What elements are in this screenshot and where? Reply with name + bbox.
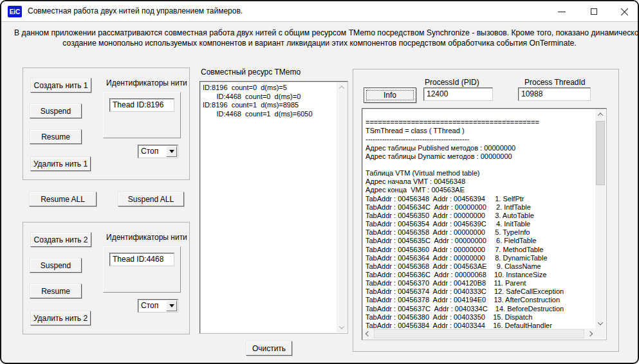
app-window: EiC Совместная работа двух нитей под упр… — [0, 0, 639, 364]
scroll-down-button[interactable] — [595, 318, 606, 329]
create-thread2-button[interactable]: Создать нить 2 — [30, 232, 91, 247]
shared-memo-content: ID:8196 count=0 d(ms)=5 ID:4468 count=0 … — [203, 84, 335, 118]
focus-rect — [366, 90, 414, 100]
memo-line: ID:4468 count=1 d(ms)=6050 — [203, 110, 335, 119]
chevron-down-icon — [169, 150, 174, 153]
resume-thread1-button[interactable]: Resume — [30, 129, 82, 144]
memo-line — [366, 110, 593, 118]
scroll-left-button[interactable] — [363, 329, 373, 339]
minimize-button[interactable] — [548, 1, 575, 22]
app-icon: EiC — [8, 6, 22, 17]
description-line-2: создание монопольно используемых компоне… — [14, 39, 625, 48]
memo-line: TabAddr : 00456364 Addr : 00000000 8. Dy… — [366, 254, 593, 262]
thread1-combo-dropdown-button[interactable] — [166, 146, 177, 157]
pid-label: ProcessId (PID) — [425, 78, 479, 87]
scroll-up-button[interactable] — [595, 109, 606, 120]
create-thread1-button[interactable]: Создать нить 1 — [30, 78, 91, 93]
shared-memo-label: Совместный ресурс TMemo — [201, 68, 301, 77]
delete-thread2-button[interactable]: Удалить нить 2 — [30, 311, 91, 325]
shared-memo-vscrollbar[interactable] — [337, 82, 347, 332]
memo-line: Адрес таблицы Dynamic методов : 00000000 — [366, 152, 593, 161]
thread2-id-panel: Thead ID:4468 — [103, 246, 181, 293]
memo-line: TabAddr : 00456374 Addr : 0040333C 12. S… — [366, 287, 593, 296]
chevron-up-icon — [339, 86, 344, 91]
memo-line: TabAddr : 00456380 Addr : 00403350 15. D… — [366, 313, 593, 322]
memo-line: ID:4468 count=0 d(ms)=0 — [203, 93, 335, 102]
thread1-id-panel: Thead ID:8196 — [103, 92, 181, 138]
memo-line: TabAddr : 00456354 Addr : 0045639C 4. In… — [366, 220, 593, 228]
info-memo-hscrollbar[interactable] — [363, 329, 595, 339]
chevron-down-icon — [169, 304, 174, 307]
info-memo[interactable]: ========================================… — [362, 108, 607, 340]
chevron-down-icon — [339, 323, 344, 329]
scrollbar-corner — [595, 329, 606, 339]
memo-line: Адрес таблицы Published методов : 000000… — [366, 144, 593, 152]
memo-line: TabAddr : 00456378 Addr : 004194E0 13. A… — [366, 296, 593, 304]
close-icon — [620, 8, 629, 16]
resume-thread2-button[interactable]: Resume — [30, 284, 82, 298]
maximize-icon — [591, 8, 597, 15]
memo-line: TabAddr : 0045637C Addr : 0040334C 14. B… — [366, 305, 593, 313]
chevron-down-icon — [598, 320, 603, 325]
minimize-icon — [558, 12, 566, 12]
thread-id-label: Process ThreadId — [524, 78, 586, 87]
memo-line: ID:8196 count=0 d(ms)=5 — [203, 84, 335, 93]
title-bar[interactable]: EiC Совместная работа двух нитей под упр… — [1, 1, 638, 22]
info-memo-content: ========================================… — [366, 110, 593, 330]
scroll-down-button[interactable] — [337, 322, 347, 332]
suspend-thread1-button[interactable]: Suspend — [30, 104, 82, 118]
clear-button[interactable]: Очистить — [246, 341, 292, 356]
memo-line: Адрес начала VMT : 00456348 — [366, 177, 593, 186]
resume-all-button[interactable]: Resume ALL — [29, 192, 97, 206]
thread-id-field[interactable]: 10988 — [518, 87, 591, 101]
thread2-ids-label: Идентификаторы нити — [106, 233, 187, 242]
memo-line: ID:8196 count=1 d(ms)=8985 — [203, 101, 335, 110]
chevron-right-icon — [588, 331, 593, 336]
memo-line: TSmThread = class ( TThread ) — [366, 127, 593, 135]
memo-line: Таблица VTM (Virtual method table) — [366, 169, 593, 177]
suspend-all-button[interactable]: Suspend ALL — [118, 192, 184, 206]
scroll-up-button[interactable] — [337, 82, 347, 93]
thread2-speed-combobox[interactable]: Стоп — [138, 299, 178, 313]
memo-line: TabAddr : 00456370 Addr : 004120B8 11. P… — [366, 279, 593, 287]
memo-line: TabAddr : 00456350 Addr : 00000000 3. Au… — [366, 212, 593, 220]
pid-field[interactable]: 12400 — [423, 87, 493, 101]
scroll-right-button[interactable] — [585, 329, 595, 339]
hscroll-thumb[interactable] — [374, 329, 584, 338]
thread2-id-field[interactable]: Thead ID:4468 — [109, 253, 174, 266]
close-button[interactable] — [611, 1, 638, 22]
memo-line — [366, 161, 593, 169]
memo-line: TabAddr : 00456348 Addr : 00456394 1. Se… — [366, 195, 593, 203]
shared-memo[interactable]: ID:8196 count=0 d(ms)=5 ID:4468 count=0 … — [199, 81, 348, 334]
memo-line: TabAddr : 0045635C Addr : 00000000 6. Fi… — [366, 237, 593, 245]
thread1-ids-label: Идентификаторы нити — [106, 78, 187, 87]
memo-line: Адрес конца VMT : 004563AE — [366, 186, 593, 194]
thread1-combo-value: Стоп — [141, 147, 158, 156]
info-memo-vscrollbar[interactable] — [595, 109, 606, 329]
maximize-button[interactable] — [580, 1, 607, 22]
description-line-1: В данном приложении рассматриваются совм… — [14, 28, 625, 37]
memo-line: TabAddr : 0045634C Addr : 00000000 2. In… — [366, 203, 593, 212]
thread1-id-field[interactable]: Thead ID:8196 — [109, 98, 174, 112]
memo-line: TabAddr : 00456360 Addr : 00000000 7. Me… — [366, 246, 593, 254]
vscroll-thumb[interactable] — [596, 121, 605, 185]
chevron-left-icon — [366, 331, 371, 336]
memo-line: ----------------------------------------… — [366, 135, 593, 143]
thread1-speed-combobox[interactable]: Стоп — [138, 145, 178, 158]
chevron-up-icon — [598, 113, 603, 118]
suspend-thread2-button[interactable]: Suspend — [30, 258, 82, 273]
memo-line: ========================================… — [366, 118, 593, 127]
memo-line: TabAddr : 00456358 Addr : 00000000 5. Ty… — [366, 228, 593, 237]
thread2-combo-value: Стоп — [141, 301, 158, 310]
thread2-combo-dropdown-button[interactable] — [166, 300, 177, 311]
memo-line: TabAddr : 00456368 Addr : 004563AE 9. Cl… — [366, 262, 593, 271]
memo-line: TabAddr : 0045636C Addr : 00000068 10. I… — [366, 271, 593, 279]
info-button[interactable]: Info — [364, 87, 416, 103]
window-title: Совместная работа двух нитей под управле… — [28, 6, 243, 15]
delete-thread1-button[interactable]: Удалить нить 1 — [30, 156, 91, 171]
